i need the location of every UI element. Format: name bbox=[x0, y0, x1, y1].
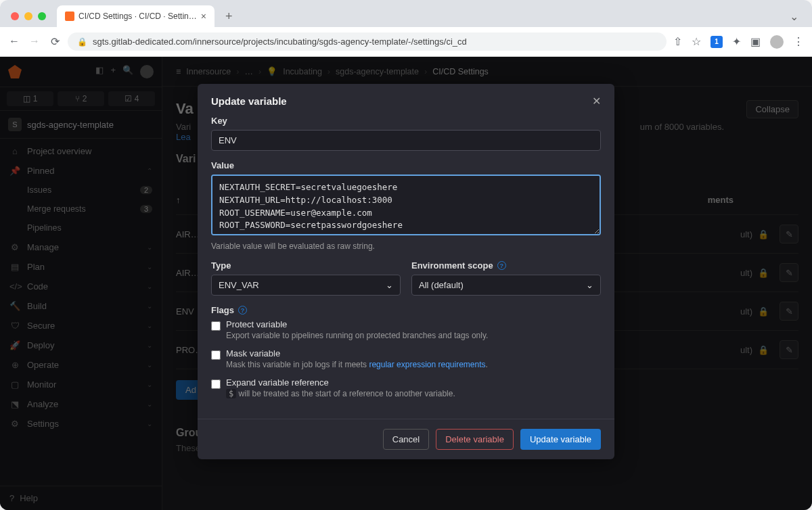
back-button[interactable]: ← bbox=[8, 35, 20, 48]
value-label: Value bbox=[211, 160, 601, 170]
profile-icon[interactable] bbox=[770, 35, 784, 49]
extensions-icon[interactable]: ✦ bbox=[732, 35, 741, 48]
traffic-lights bbox=[8, 12, 51, 20]
help-icon[interactable]: ? bbox=[497, 261, 506, 270]
mask-checkbox[interactable] bbox=[211, 350, 221, 360]
mask-label: Mask variable bbox=[226, 348, 488, 358]
scope-label: Environment scope bbox=[411, 260, 493, 271]
minimize-window-icon[interactable] bbox=[24, 12, 32, 20]
scope-select[interactable]: All (default)⌄ bbox=[411, 275, 601, 296]
lock-icon: 🔒 bbox=[77, 37, 87, 47]
update-variable-modal: Update variable ✕ Key Value Variable val… bbox=[198, 84, 614, 459]
new-tab-button[interactable]: + bbox=[220, 7, 238, 26]
type-select[interactable]: ENV_VAR⌄ bbox=[211, 275, 401, 296]
bookmark-icon[interactable]: ☆ bbox=[692, 35, 701, 48]
modal-title: Update variable bbox=[211, 95, 287, 107]
delete-variable-button[interactable]: Delete variable bbox=[436, 429, 514, 450]
forward-button[interactable]: → bbox=[28, 35, 41, 48]
panel-icon[interactable]: ▣ bbox=[750, 35, 761, 48]
key-label: Key bbox=[211, 116, 601, 126]
update-variable-button[interactable]: Update variable bbox=[520, 429, 601, 450]
url-bar-row: ← → ⟳ 🔒 sgts.gitlab-dedicated.com/inners… bbox=[0, 27, 812, 57]
modal-overlay[interactable]: Update variable ✕ Key Value Variable val… bbox=[0, 57, 812, 510]
chevron-down-icon: ⌄ bbox=[586, 280, 593, 290]
url-bar[interactable]: 🔒 sgts.gitlab-dedicated.com/innersource/… bbox=[68, 32, 667, 51]
extension-badge-icon[interactable]: 1 bbox=[710, 36, 723, 48]
regex-requirements-link[interactable]: regular expression requirements bbox=[369, 360, 485, 369]
menu-icon[interactable]: ⋮ bbox=[793, 35, 804, 48]
cancel-button[interactable]: Cancel bbox=[383, 429, 429, 450]
protect-label: Protect variable bbox=[226, 319, 488, 329]
tab-title: CI/CD Settings · CI/CD · Settin… bbox=[78, 11, 197, 21]
close-icon[interactable]: ✕ bbox=[592, 95, 601, 108]
gitlab-favicon-icon bbox=[65, 11, 74, 21]
flags-label: Flags bbox=[211, 305, 234, 315]
share-icon[interactable]: ⇧ bbox=[673, 35, 682, 48]
close-tab-icon[interactable]: × bbox=[201, 11, 206, 22]
expand-checkbox[interactable] bbox=[211, 379, 221, 389]
url-text: sgts.gitlab-dedicated.com/innersource/pr… bbox=[93, 37, 467, 47]
value-hint: Variable value will be evaluated as raw … bbox=[211, 241, 601, 251]
protect-desc: Export variable to pipelines running on … bbox=[226, 331, 488, 340]
help-icon[interactable]: ? bbox=[238, 306, 247, 315]
chevron-down-icon: ⌄ bbox=[386, 280, 393, 290]
expand-label: Expand variable reference bbox=[226, 377, 455, 388]
browser-chrome: CI/CD Settings · CI/CD · Settin… × + ⌄ bbox=[0, 0, 812, 27]
type-label: Type bbox=[211, 260, 231, 271]
protect-checkbox[interactable] bbox=[211, 321, 221, 331]
browser-tab[interactable]: CI/CD Settings · CI/CD · Settin… × bbox=[57, 5, 215, 27]
maximize-window-icon[interactable] bbox=[38, 12, 46, 20]
close-window-icon[interactable] bbox=[11, 12, 19, 20]
key-input[interactable] bbox=[211, 130, 601, 151]
value-textarea[interactable] bbox=[211, 175, 601, 235]
reload-button[interactable]: ⟳ bbox=[49, 35, 61, 48]
chrome-expand-icon[interactable]: ⌄ bbox=[784, 7, 804, 26]
